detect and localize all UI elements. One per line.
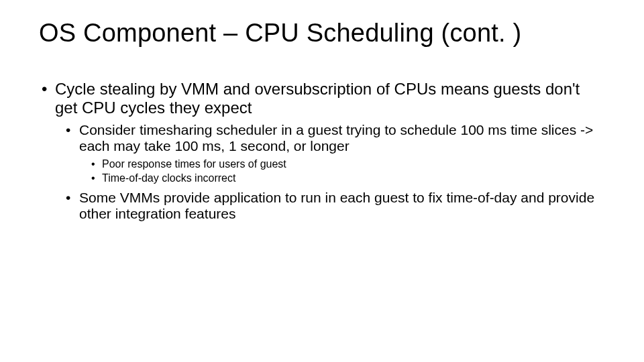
bullet-text: Poor response times for users of guest [102, 158, 286, 170]
bullet-text: Some VMMs provide application to run in … [79, 190, 594, 221]
bullet-list-level-2: Consider timesharing scheduler in a gues… [55, 122, 605, 222]
bullet-text: Consider timesharing scheduler in a gues… [79, 122, 593, 154]
list-item: Poor response times for users of guest [89, 158, 605, 170]
bullet-list-level-3: Poor response times for users of guest T… [79, 158, 605, 184]
list-item: Some VMMs provide application to run in … [63, 190, 605, 222]
list-item: Time-of-day clocks incorrect [89, 172, 605, 184]
slide-title: OS Component – CPU Scheduling (cont. ) [39, 19, 605, 48]
list-item: Cycle stealing by VMM and oversubscripti… [39, 80, 605, 223]
bullet-list-level-1: Cycle stealing by VMM and oversubscripti… [39, 80, 605, 223]
bullet-text: Time-of-day clocks incorrect [102, 172, 235, 184]
bullet-text: Cycle stealing by VMM and oversubscripti… [55, 80, 580, 117]
list-item: Consider timesharing scheduler in a gues… [63, 122, 605, 184]
